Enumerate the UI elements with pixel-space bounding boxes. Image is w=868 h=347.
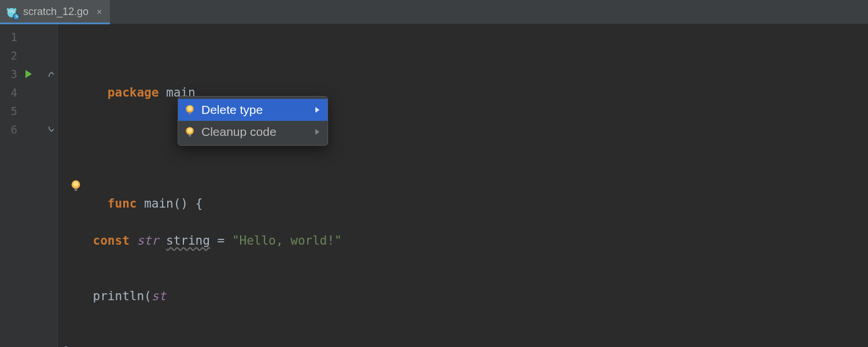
gutter-row: 5 [0,102,57,120]
submenu-arrow-icon [315,107,319,113]
intention-menu-label: Delete type [201,103,310,117]
call-println: println [93,289,145,303]
keyword-package: package [108,86,159,99]
code-editor[interactable]: 123456 package main func main() { const … [0,24,868,347]
lightbulb-icon [184,126,196,138]
line-number: 2 [7,49,17,62]
arg-partial: st [152,289,166,303]
lightbulb-icon[interactable] [69,179,82,191]
svg-point-7 [9,10,10,12]
file-tab-label: scratch_12.go [23,6,89,18]
intention-menu-label: Cleanup code [201,125,310,139]
code-line[interactable]: } [58,342,342,347]
gutter-row: 3 [0,65,57,83]
fold-open-icon[interactable] [48,71,55,77]
line-number: 1 [7,31,17,43]
code-area[interactable]: package main func main() { const str str… [58,24,342,347]
code-line[interactable]: println(st [58,287,342,305]
brace-open: { [196,197,203,211]
type-annotation: string [166,234,210,248]
scratch-clock-badge [13,13,20,20]
line-number: 4 [7,86,17,99]
func-name: main [144,197,174,211]
code-line[interactable]: package main [58,65,342,83]
code-line[interactable]: func main() { [58,176,342,194]
run-icon[interactable] [25,70,32,78]
intention-actions-popup: Delete typeCleanup code [178,96,328,146]
gutter-row: 6 [0,120,57,139]
svg-point-10 [14,8,17,11]
brace-close: } [64,345,71,347]
go-file-icon [5,5,19,19]
close-icon[interactable]: × [97,7,102,17]
line-number: 6 [7,123,17,136]
editor-tabbar: scratch_12.go × [0,0,868,24]
equals: = [218,234,225,248]
line-number: 5 [7,105,17,117]
svg-point-9 [7,8,9,11]
intention-menu-item[interactable]: Cleanup code [178,121,328,143]
gutter-row: 4 [0,83,57,102]
intention-menu-item[interactable]: Delete type [178,99,328,121]
keyword-const: const [93,234,130,248]
string-literal: "Hello, world!" [232,234,342,248]
parens: () [174,197,188,211]
code-line[interactable]: const str string = "Hello, world!" [58,231,342,250]
svg-point-8 [13,10,14,12]
file-tab[interactable]: scratch_12.go × [0,0,110,24]
line-number: 3 [7,68,17,80]
keyword-func: func [108,197,137,211]
lightbulb-icon [184,104,196,116]
fold-close-icon[interactable] [48,126,55,133]
const-identifier: str [137,234,159,248]
gutter-row: 2 [0,46,57,65]
gutter-row: 1 [0,28,57,46]
submenu-arrow-icon [315,129,319,135]
line-number-gutter: 123456 [0,24,58,347]
